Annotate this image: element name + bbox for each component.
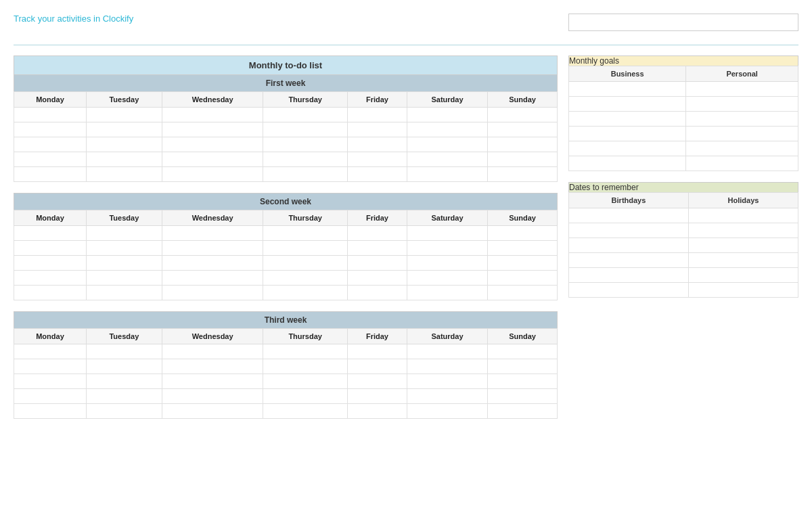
week-3-cell-r4-c1[interactable] (14, 389, 87, 404)
week-3-cell-r1-c2[interactable] (86, 344, 162, 359)
week-2-cell-r3-c3[interactable] (162, 256, 263, 271)
monthly-goals-cell-r1-c1[interactable] (569, 82, 686, 97)
week-1-cell-r5-c4[interactable] (263, 167, 347, 182)
week-1-cell-r2-c7[interactable] (488, 122, 558, 137)
week-3-cell-r5-c2[interactable] (86, 404, 162, 419)
week-1-cell-r2-c2[interactable] (86, 122, 162, 137)
week-2-cell-r5-c1[interactable] (14, 286, 87, 300)
monthly-goals-cell-r5-c2[interactable] (686, 141, 798, 156)
week-1-cell-r3-c6[interactable] (407, 137, 487, 152)
dates-to-remember-cell-r6-c1[interactable] (569, 283, 689, 298)
week-2-cell-r4-c1[interactable] (14, 271, 87, 286)
week-1-cell-r1-c2[interactable] (86, 108, 162, 122)
monthly-goals-cell-r6-c2[interactable] (686, 156, 798, 171)
week-3-cell-r2-c7[interactable] (488, 359, 558, 374)
week-1-cell-r4-c5[interactable] (347, 152, 407, 167)
monthly-goals-cell-r1-c2[interactable] (686, 82, 798, 97)
week-2-cell-r4-c5[interactable] (347, 271, 407, 286)
week-2-cell-r2-c4[interactable] (263, 241, 347, 256)
week-3-cell-r3-c7[interactable] (488, 374, 558, 389)
week-1-cell-r3-c3[interactable] (162, 137, 263, 152)
week-3-cell-r3-c1[interactable] (14, 374, 87, 389)
week-1-cell-r2-c1[interactable] (14, 122, 87, 137)
week-2-cell-r5-c6[interactable] (407, 286, 487, 300)
week-2-cell-r2-c7[interactable] (488, 241, 558, 256)
dates-to-remember-cell-r1-c1[interactable] (569, 208, 689, 223)
dates-to-remember-cell-r2-c2[interactable] (688, 223, 798, 238)
week-1-cell-r4-c3[interactable] (162, 152, 263, 167)
week-3-cell-r4-c6[interactable] (407, 389, 487, 404)
week-2-cell-r4-c2[interactable] (86, 271, 162, 286)
monthly-goals-cell-r2-c1[interactable] (569, 97, 686, 112)
week-3-cell-r4-c3[interactable] (162, 389, 263, 404)
dates-to-remember-cell-r4-c2[interactable] (688, 253, 798, 268)
week-2-cell-r2-c2[interactable] (86, 241, 162, 256)
week-2-cell-r4-c7[interactable] (488, 271, 558, 286)
week-3-cell-r4-c4[interactable] (263, 389, 347, 404)
week-3-cell-r1-c7[interactable] (488, 344, 558, 359)
monthly-goals-cell-r3-c1[interactable] (569, 112, 686, 127)
week-3-cell-r5-c1[interactable] (14, 404, 87, 419)
monthly-goals-cell-r4-c1[interactable] (569, 127, 686, 141)
week-2-cell-r5-c2[interactable] (86, 286, 162, 300)
week-3-cell-r5-c6[interactable] (407, 404, 487, 419)
dates-to-remember-cell-r2-c1[interactable] (569, 223, 689, 238)
week-3-cell-r5-c4[interactable] (263, 404, 347, 419)
week-1-cell-r5-c7[interactable] (488, 167, 558, 182)
week-3-cell-r4-c2[interactable] (86, 389, 162, 404)
week-3-cell-r1-c6[interactable] (407, 344, 487, 359)
week-1-cell-r1-c1[interactable] (14, 108, 87, 122)
monthly-goals-cell-r6-c1[interactable] (569, 156, 686, 171)
week-1-cell-r3-c1[interactable] (14, 137, 87, 152)
week-2-cell-r5-c4[interactable] (263, 286, 347, 300)
week-1-cell-r5-c1[interactable] (14, 167, 87, 182)
week-2-cell-r5-c7[interactable] (488, 286, 558, 300)
week-2-cell-r1-c1[interactable] (14, 226, 87, 241)
week-3-cell-r3-c2[interactable] (86, 374, 162, 389)
week-1-cell-r1-c3[interactable] (162, 108, 263, 122)
week-3-cell-r2-c6[interactable] (407, 359, 487, 374)
week-1-cell-r2-c6[interactable] (407, 122, 487, 137)
week-1-cell-r1-c6[interactable] (407, 108, 487, 122)
week-1-cell-r5-c6[interactable] (407, 167, 487, 182)
week-2-cell-r1-c2[interactable] (86, 226, 162, 241)
week-2-cell-r1-c3[interactable] (162, 226, 263, 241)
week-2-cell-r2-c3[interactable] (162, 241, 263, 256)
week-2-cell-r3-c5[interactable] (347, 256, 407, 271)
week-1-cell-r1-c5[interactable] (347, 108, 407, 122)
week-2-cell-r4-c4[interactable] (263, 271, 347, 286)
week-3-cell-r5-c7[interactable] (488, 404, 558, 419)
week-2-cell-r3-c7[interactable] (488, 256, 558, 271)
week-2-cell-r1-c6[interactable] (407, 226, 487, 241)
week-1-cell-r1-c7[interactable] (488, 108, 558, 122)
week-3-cell-r4-c7[interactable] (488, 389, 558, 404)
week-1-cell-r1-c4[interactable] (263, 108, 347, 122)
week-3-cell-r3-c3[interactable] (162, 374, 263, 389)
week-1-cell-r5-c3[interactable] (162, 167, 263, 182)
monthly-goals-cell-r4-c2[interactable] (686, 127, 798, 141)
dates-to-remember-cell-r5-c1[interactable] (569, 268, 689, 283)
dates-to-remember-cell-r4-c1[interactable] (569, 253, 689, 268)
week-3-cell-r3-c5[interactable] (347, 374, 407, 389)
week-1-cell-r2-c3[interactable] (162, 122, 263, 137)
track-link[interactable]: Track your activities in Clockify (14, 14, 133, 24)
monthly-goals-cell-r2-c2[interactable] (686, 97, 798, 112)
week-2-cell-r1-c5[interactable] (347, 226, 407, 241)
week-3-cell-r1-c4[interactable] (263, 344, 347, 359)
week-1-cell-r2-c4[interactable] (263, 122, 347, 137)
week-3-cell-r1-c5[interactable] (347, 344, 407, 359)
week-1-cell-r3-c5[interactable] (347, 137, 407, 152)
week-1-cell-r5-c5[interactable] (347, 167, 407, 182)
week-2-cell-r1-c4[interactable] (263, 226, 347, 241)
week-1-cell-r4-c1[interactable] (14, 152, 87, 167)
week-2-cell-r5-c3[interactable] (162, 286, 263, 300)
week-2-cell-r3-c1[interactable] (14, 256, 87, 271)
dates-to-remember-cell-r5-c2[interactable] (688, 268, 798, 283)
week-2-cell-r2-c1[interactable] (14, 241, 87, 256)
week-1-cell-r2-c5[interactable] (347, 122, 407, 137)
week-2-cell-r1-c7[interactable] (488, 226, 558, 241)
week-3-cell-r3-c4[interactable] (263, 374, 347, 389)
week-1-cell-r5-c2[interactable] (86, 167, 162, 182)
dates-to-remember-cell-r3-c1[interactable] (569, 238, 689, 253)
week-3-cell-r2-c3[interactable] (162, 359, 263, 374)
